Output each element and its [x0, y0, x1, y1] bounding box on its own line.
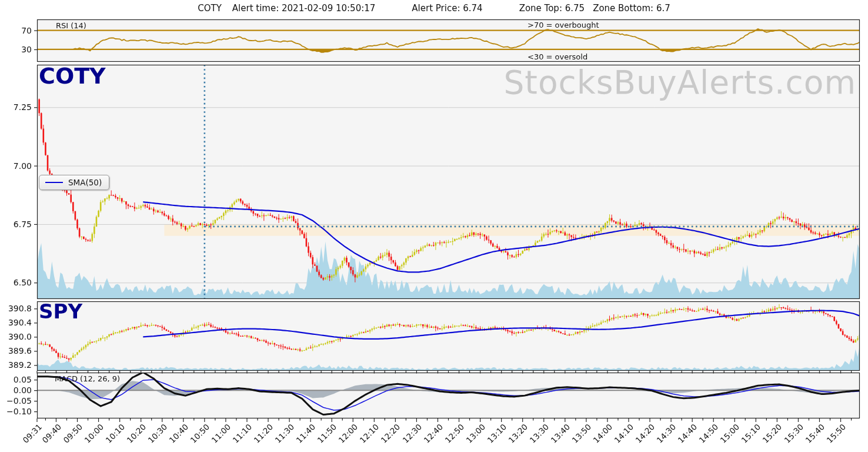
spy-y-tick-label: 390.4	[0, 317, 32, 328]
main-y-tick-label: 7.25	[0, 102, 32, 112]
title-zone-bottom: Zone Bottom: 6.7	[593, 3, 670, 14]
rsi-y-tick-label: 30	[0, 44, 32, 55]
title-alert-price: Alert Price: 6.74	[412, 3, 482, 14]
macd-y-tick-label: 0.00	[0, 385, 32, 396]
macd-y-tick-label: −0.10	[0, 406, 32, 417]
macd-y-tick-label: 0.05	[0, 374, 32, 385]
main-y-tick-label: 7.00	[0, 161, 32, 171]
title-alert-time: Alert time: 2021-02-09 10:50:17	[232, 3, 376, 14]
spy-y-tick-label: 389.2	[0, 360, 32, 370]
main-y-tick-label: 6.50	[0, 277, 32, 288]
title-ticker: COTY	[198, 3, 222, 14]
main-y-tick-label: 6.75	[0, 219, 32, 230]
macd-y-tick-label: −0.05	[0, 396, 32, 406]
title-bar: COTY Alert time: 2021-02-09 10:50:17 Ale…	[0, 0, 868, 16]
spy-y-tick-label: 390.8	[0, 303, 32, 314]
spy-y-tick-label: 389.6	[0, 345, 32, 356]
chart-canvas	[0, 0, 868, 452]
spy-y-tick-label: 390.0	[0, 331, 32, 342]
stock-alert-chart: COTY Alert time: 2021-02-09 10:50:17 Ale…	[0, 0, 868, 452]
rsi-y-tick-label: 70	[0, 25, 32, 36]
title-zone-top: Zone Top: 6.75	[519, 3, 585, 14]
